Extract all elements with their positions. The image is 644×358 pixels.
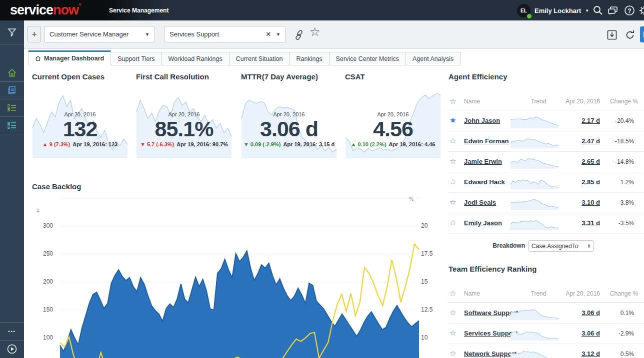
tab-label: Service Center Metrics (336, 55, 399, 62)
tab-manager-dashboard[interactable]: Manager Dashboard (28, 50, 111, 65)
value-link[interactable]: 2.85 d (558, 178, 600, 186)
change-percent: -2.9% (603, 330, 634, 337)
agent-name-link[interactable]: John Jason (464, 117, 500, 124)
document-icon (7, 85, 17, 95)
home-icon (35, 55, 41, 61)
sidebar-item-list-green[interactable] (0, 99, 24, 117)
chevron-down-icon: ▼ (276, 32, 280, 37)
kpi-card-mttr[interactable]: Apr 20, 2016 3.06 d ▼ 0.09 (-2.9%)Apr 19… (241, 91, 337, 158)
funnel-icon (7, 27, 17, 37)
favorite-star-icon[interactable]: ☆ (450, 157, 456, 166)
team-name-link[interactable]: Network Support (464, 350, 516, 358)
sidebar-item-reports[interactable] (0, 81, 24, 99)
section-title: Agent Efficiency (448, 72, 508, 81)
trend-sparkline (510, 215, 559, 230)
change-percent: -3.5% (603, 220, 634, 227)
right-panel: Agent Efficiency ☆ Name Trend Apr 20, 20… (448, 0, 644, 358)
favorite-star-icon[interactable]: ☆ (450, 136, 456, 145)
role-dropdown-value: Customer Service Manager (50, 30, 145, 38)
list-icon (7, 120, 17, 130)
agent-name-link[interactable]: Edward Hack (464, 178, 505, 186)
value-link[interactable]: 2.17 d (558, 117, 600, 124)
filter-navigator-item[interactable] (0, 20, 24, 44)
tab-workload-rankings[interactable]: Workload Rankings (162, 52, 230, 65)
kpi-delta: ▲ 0.10 (2.2%) (351, 141, 386, 147)
tab-label: Rankings (296, 55, 322, 62)
column-date: Apr 20, 2016 (554, 290, 600, 297)
dashboard-dropdown[interactable]: Services Support ✕ ▼ (164, 26, 286, 42)
kpi-delta: ▲ 9 (7.3%) (42, 141, 70, 147)
favorite-star-icon[interactable]: ☆ (450, 349, 456, 358)
kpi-value: 4.56 (373, 117, 413, 140)
stepper-icon: ▲▼ (588, 244, 590, 249)
favorite-star-icon[interactable]: ☆ (450, 329, 456, 338)
agent-row: ☆ Edward Hack 2.85 d 1.2% (448, 172, 644, 193)
change-percent: -3.8% (603, 199, 634, 206)
change-percent: 0.1% (603, 310, 634, 317)
kpi-previous: Apr 19, 2016: 4.46 (388, 141, 435, 147)
kpi-card-csat[interactable]: Apr 20, 2016 4.56 ▲ 0.10 (2.2%)Apr 19, 2… (345, 91, 441, 158)
favorite-star-icon[interactable]: ☆ (450, 308, 456, 317)
favorite-star-icon[interactable]: ☆ (310, 25, 320, 39)
table-header: ☆ Name Trend Apr 20, 2016 Change % (448, 290, 644, 299)
sidebar-item-list-teal[interactable] (0, 116, 24, 134)
agent-name-link[interactable]: Edwin Forman (464, 137, 509, 145)
value-link[interactable]: 3.10 d (558, 199, 600, 206)
value-link[interactable]: 3.12 d (558, 350, 600, 358)
change-percent: 0.5% (603, 351, 634, 358)
favorite-star-icon[interactable]: ☆ (450, 177, 456, 186)
sidebar-item-play[interactable] (0, 340, 24, 358)
agent-row: ☆ Jamie Erwin 2.65 d -14.8% (448, 151, 644, 172)
tab-service-center-metrics[interactable]: Service Center Metrics (329, 52, 406, 65)
trend-sparkline (510, 346, 559, 358)
favorite-star-icon[interactable]: ☆ (450, 218, 456, 227)
kpi-title: MTTR(7 Day Average) (241, 72, 318, 81)
servicenow-logo[interactable]: servicenow® (10, 2, 81, 18)
tab-label: Workload Rankings (168, 55, 222, 62)
agent-name-link[interactable]: Emily Jason (464, 219, 502, 227)
kpi-card-first-call-resolution[interactable]: Apr 20, 2016 85.1% ▼ 5.7 (-6.3%)Apr 19, … (136, 91, 232, 158)
trend-sparkline (510, 195, 559, 210)
kpi-title: CSAT (345, 72, 365, 81)
tab-rankings[interactable]: Rankings (289, 52, 329, 65)
kpi-previous: Apr 19, 2016: 3.15 d (283, 141, 334, 147)
change-percent: -20.4% (603, 117, 634, 124)
tab-label: Current Situation (236, 55, 283, 62)
value-link[interactable]: 2.65 d (558, 158, 600, 165)
value-link[interactable]: 3.06 d (558, 309, 600, 317)
trend-sparkline (510, 174, 559, 189)
add-widget-button[interactable]: + (28, 26, 41, 42)
favorite-star-icon[interactable]: ★ (450, 116, 456, 125)
kpi-delta: ▼ 0.09 (-2.9%) (244, 141, 280, 147)
team-row: ☆ Network Support 3.12 d 0.5% (448, 344, 644, 358)
kpi-card-current-open-cases[interactable]: Apr 20, 2016 132 ▲ 9 (7.3%)Apr 19, 2016:… (32, 91, 128, 158)
breakdown-select[interactable]: Case.AssignedTo ▲▼ (528, 240, 594, 252)
value-link[interactable]: 3.06 d (558, 330, 600, 337)
value-link[interactable]: 3.31 d (558, 219, 600, 227)
team-name-link[interactable]: Services Support (464, 330, 518, 337)
column-trend: Trend (522, 290, 554, 297)
agent-name-link[interactable]: Jamie Erwin (464, 158, 502, 165)
kpi-value: 132 (63, 117, 98, 140)
chevron-down-icon: ▼ (145, 32, 150, 37)
trend-sparkline (510, 154, 559, 169)
trend-sparkline (510, 305, 559, 320)
kpi-value: 85.1% (155, 117, 214, 140)
column-date: Apr 20, 2016 (554, 98, 600, 105)
column-change: Change % (598, 290, 638, 297)
trend-sparkline (510, 326, 559, 341)
value-link[interactable]: 2.47 d (558, 137, 600, 145)
tab-support-tiers[interactable]: Support Tiers (110, 52, 162, 65)
favorite-star-icon[interactable]: ☆ (450, 198, 456, 207)
role-dropdown[interactable]: Customer Service Manager ▼ (44, 26, 155, 42)
kpi-delta: ▼ 5.7 (-6.3%) (140, 141, 174, 147)
favorites-column-icon: ☆ (450, 97, 456, 106)
servicenow-dashboard: servicenow® Service Management EL Emily … (0, 0, 644, 358)
tab-current-situation[interactable]: Current Situation (229, 52, 290, 65)
sidebar-item-more[interactable]: ••• (0, 322, 24, 341)
sidebar-item-home[interactable] (0, 64, 24, 82)
clear-icon[interactable]: ✕ (266, 30, 271, 38)
link-icon[interactable] (293, 29, 305, 41)
logo-text-red: now (53, 2, 78, 17)
agent-name-link[interactable]: Jodi Seals (464, 199, 496, 206)
